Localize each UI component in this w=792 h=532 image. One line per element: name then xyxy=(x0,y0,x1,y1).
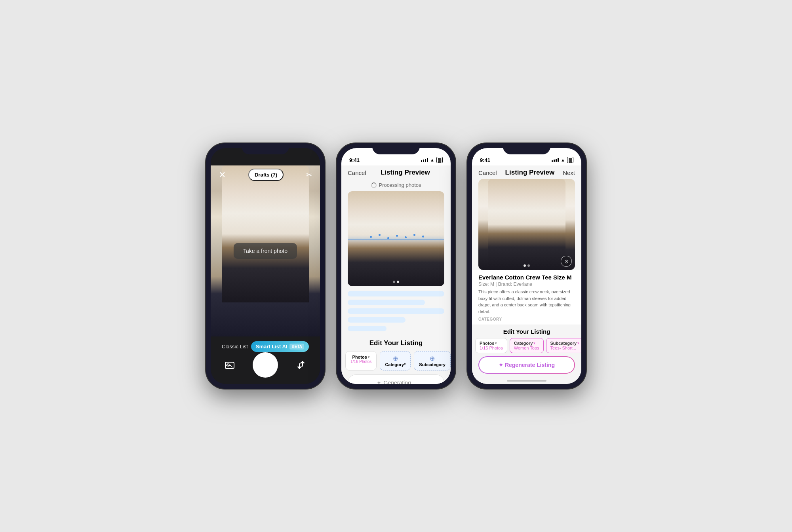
gallery-button[interactable] xyxy=(223,358,237,372)
status-icons-3: ▲ ▓ xyxy=(552,157,573,163)
listing-mode-selector: Classic List Smart List AI BETA xyxy=(222,341,309,352)
status-icons-2: ▲ ▓ xyxy=(421,157,443,163)
close-button[interactable]: ✕ xyxy=(219,171,226,179)
scan-dot xyxy=(413,234,415,236)
plus-circle-icon: ⊕ xyxy=(393,355,398,362)
skeleton-line xyxy=(348,317,406,323)
skeleton-line xyxy=(348,326,386,331)
smart-list-button[interactable]: Smart List AI BETA xyxy=(251,341,309,352)
processing-text: Processing photos xyxy=(379,182,421,188)
phone-2: 9:41 ▲ ▓ Cancel Listing Preview xyxy=(337,143,455,389)
wifi-icon: ▲ xyxy=(430,158,434,162)
scan-dot xyxy=(405,236,407,238)
regenerate-button[interactable]: ✦ Regenerate Listing xyxy=(478,356,575,374)
skeleton-line xyxy=(348,291,444,296)
scissors-icon[interactable]: ✂ xyxy=(306,171,312,179)
camera-viewfinder: Take a front photo xyxy=(211,165,320,336)
chevron-icon: ▾ xyxy=(368,355,370,359)
notch-2 xyxy=(372,143,420,154)
scan-dot xyxy=(422,236,424,238)
preview-dot-2 xyxy=(527,264,530,267)
carousel-dot-active xyxy=(397,281,399,283)
tab-photos-sublabel: 1/16 Photos xyxy=(350,359,371,364)
tab-category-2[interactable]: ⊕ Category* xyxy=(380,351,411,370)
flip-camera-button[interactable] xyxy=(294,358,308,372)
preview-screen: Cancel Listing Preview Next ⊙ Everlane C… xyxy=(472,165,581,384)
tab-category-3[interactable]: Category ▾ Women Tops xyxy=(510,338,544,353)
edit-listing-section-3: Edit Your Listing Photos ▾ 1/16 Photos C… xyxy=(472,325,581,353)
generating-button[interactable]: ✦ Generating... xyxy=(348,374,444,384)
cancel-button-3[interactable]: Cancel xyxy=(478,169,497,176)
chevron-icon-3: ▾ xyxy=(495,341,497,345)
skeleton-line xyxy=(348,300,425,305)
camera-top-controls: ✕ Drafts (7) ✂ xyxy=(211,169,320,181)
listing-description: This piece offers a classic crew neck, o… xyxy=(478,289,575,315)
listing-info: Everlane Cotton Crew Tee Size M Size: M … xyxy=(472,270,581,325)
listing-image-container xyxy=(348,191,444,286)
take-photo-label: Take a front photo xyxy=(234,243,297,259)
camera-overlay-icon[interactable]: ⊙ xyxy=(561,256,572,267)
scan-dot xyxy=(370,236,372,238)
next-button-3[interactable]: Next xyxy=(563,169,575,176)
listing-preview-title-2: Listing Preview xyxy=(381,169,430,177)
phone-3: 9:41 ▲ ▓ Cancel Listing Preview Nex xyxy=(467,143,586,389)
chevron-icon-4: ▾ xyxy=(533,341,535,345)
shutter-button[interactable] xyxy=(253,352,278,378)
tab-subcategory-3[interactable]: Subcategory ▾ Tees- Short... xyxy=(546,338,581,353)
edit-listing-section-2: Edit Your Listing Photos ▾ 1/16 Photos ⊕… xyxy=(341,334,451,370)
carousel-dots-2 xyxy=(393,281,399,283)
tab-subcategory-2[interactable]: ⊕ Subcategory xyxy=(414,351,451,370)
preview-carousel-dots xyxy=(524,264,530,267)
camera-controls xyxy=(211,352,320,378)
cancel-button-2[interactable]: Cancel xyxy=(348,169,366,176)
generating-text: Generating... xyxy=(384,380,416,384)
preview-dot-1 xyxy=(524,264,526,267)
wifi-icon-3: ▲ xyxy=(561,158,565,162)
battery-icon: ▓ xyxy=(436,157,443,163)
tab-category-label: Category* xyxy=(385,362,406,367)
time-2: 9:41 xyxy=(349,157,360,163)
tabs-row-3: Photos ▾ 1/16 Photos Category ▾ Women To… xyxy=(472,338,581,353)
processing-bar: Processing photos xyxy=(341,179,451,191)
plus-circle-icon-2: ⊕ xyxy=(430,355,435,362)
tab3-photos-label: Photos xyxy=(480,341,494,346)
camera-footer: Classic List Smart List AI BETA xyxy=(211,336,320,384)
notch-1 xyxy=(242,143,289,154)
tab-subcategory-label: Subcategory xyxy=(419,362,446,367)
tab-photos-label: Photos xyxy=(352,355,367,359)
listing-title: Everlane Cotton Crew Tee Size M xyxy=(478,274,575,281)
listing-meta: Size: M | Brand: Everlane xyxy=(478,281,575,287)
carousel-dot xyxy=(393,281,395,283)
tab3-category-value: Women Tops xyxy=(514,346,539,350)
camera-image: Take a front photo xyxy=(211,165,320,336)
tab3-subcategory-value: Tees- Short... xyxy=(550,346,576,350)
listing-image xyxy=(348,191,444,286)
scan-dot xyxy=(387,237,389,239)
preview-person xyxy=(488,179,565,270)
home-indicator-3 xyxy=(472,377,581,384)
drafts-button[interactable]: Drafts (7) xyxy=(248,169,284,181)
tabs-row-2: Photos ▾ 1/16 Photos ⊕ Category* ⊕ Subca… xyxy=(341,351,451,370)
beta-badge: BETA xyxy=(289,344,304,350)
skeleton-line xyxy=(348,308,444,314)
phones-container: ✕ Drafts (7) ✂ Take a front photo Classi… xyxy=(206,143,586,389)
classic-list-button[interactable]: Classic List xyxy=(222,344,248,350)
tab3-category-label: Category xyxy=(514,341,533,346)
battery-icon-3: ▓ xyxy=(567,157,573,163)
loading-skeleton xyxy=(348,291,444,334)
listing-preview-image: ⊙ xyxy=(478,179,575,270)
preview-photo xyxy=(478,179,575,270)
scan-dots xyxy=(367,234,425,242)
phone-1: ✕ Drafts (7) ✂ Take a front photo Classi… xyxy=(206,143,325,389)
listing-preview-title-3: Listing Preview xyxy=(505,169,555,177)
signal-icon-3 xyxy=(552,158,559,162)
tab-photos-2[interactable]: Photos ▾ 1/16 Photos xyxy=(345,351,377,370)
category-label: CATEGORY xyxy=(478,317,575,321)
nav-bar-3: Cancel Listing Preview Next xyxy=(472,165,581,179)
tab-photos-3[interactable]: Photos ▾ 1/16 Photos xyxy=(475,338,507,353)
tab3-photos-value: 1/16 Photos xyxy=(480,346,503,350)
sparkle-icon: ✦ xyxy=(377,380,381,384)
nav-bar-2: Cancel Listing Preview xyxy=(341,165,451,179)
camera-screen: ✕ Drafts (7) ✂ Take a front photo Classi… xyxy=(211,165,320,384)
tab3-subcategory-label: Subcategory xyxy=(550,341,577,346)
